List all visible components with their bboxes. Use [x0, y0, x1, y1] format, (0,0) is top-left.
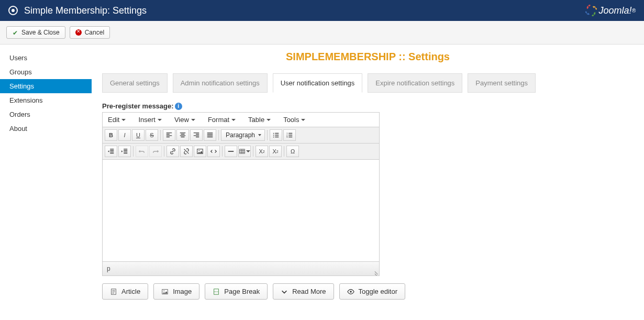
svg-point-0: [273, 133, 274, 134]
svg-point-1: [273, 135, 274, 136]
paragraph-select[interactable]: Paragraph: [221, 129, 265, 141]
menu-tools[interactable]: Tools: [283, 116, 305, 124]
align-right-button[interactable]: [190, 129, 203, 141]
field-label: Pre-register message: i: [102, 102, 634, 110]
sidebar-item-about[interactable]: About: [0, 122, 92, 136]
svg-point-2: [273, 137, 274, 138]
subscript-button[interactable]: X2: [256, 146, 268, 157]
eye-icon: [347, 288, 354, 295]
resize-handle-icon[interactable]: [373, 269, 378, 274]
sidebar-item-users[interactable]: Users: [0, 51, 92, 65]
table-button[interactable]: [238, 146, 251, 157]
page-title: Simple Membership: Settings: [24, 5, 585, 16]
menu-insert[interactable]: Insert: [138, 116, 162, 124]
svg-point-11: [164, 290, 165, 291]
tab-general[interactable]: General settings: [102, 73, 168, 93]
cancel-button[interactable]: Cancel: [70, 26, 110, 39]
main-content: SIMPLEMEMBERSHIP :: Settings General set…: [92, 45, 644, 315]
cancel-label: Cancel: [85, 29, 104, 36]
brand-reg: ®: [632, 8, 636, 14]
strike-button[interactable]: S: [146, 129, 158, 141]
save-close-button[interactable]: ✔ Save & Close: [6, 26, 65, 39]
svg-point-7: [198, 150, 199, 151]
bullet-list-button[interactable]: [270, 129, 282, 141]
app-icon: [8, 6, 18, 15]
sidebar-item-groups[interactable]: Groups: [0, 65, 92, 79]
tab-expire[interactable]: Expire notification settings: [368, 73, 462, 93]
field-label-text: Pre-register message:: [102, 102, 174, 110]
redo-button[interactable]: [149, 146, 162, 157]
underline-button[interactable]: U: [132, 129, 145, 141]
tab-payment[interactable]: Payment settings: [468, 73, 536, 93]
specialchar-button[interactable]: Ω: [286, 146, 299, 157]
menu-table[interactable]: Table: [248, 116, 271, 124]
readmore-button[interactable]: Read More: [273, 283, 334, 300]
caret-icon: [301, 119, 305, 121]
save-close-label: Save & Close: [21, 29, 60, 36]
rich-text-editor: Edit Insert View Format Table Tools B I …: [102, 112, 380, 276]
chevron-down-icon: [281, 288, 288, 295]
editor-menubar: Edit Insert View Format Table Tools: [103, 113, 379, 127]
indent-button[interactable]: [118, 146, 131, 157]
svg-point-13: [350, 291, 352, 293]
sidebar-item-extensions[interactable]: Extensions: [0, 93, 92, 107]
sidebar: Users Groups Settings Extensions Orders …: [0, 45, 92, 315]
settings-tabs: General settings Admin notification sett…: [102, 73, 634, 93]
outdent-button[interactable]: [105, 146, 117, 157]
image-button[interactable]: [194, 146, 206, 157]
caret-icon: [267, 119, 271, 121]
editor-path[interactable]: p: [107, 265, 110, 272]
link-button[interactable]: [166, 146, 179, 157]
sidebar-item-settings[interactable]: Settings: [0, 79, 92, 93]
joomla-logo-icon: [585, 5, 597, 16]
italic-button[interactable]: I: [118, 129, 131, 141]
toggle-editor-button[interactable]: Toggle editor: [339, 283, 405, 300]
pagebreak-button[interactable]: Page Break: [205, 283, 268, 300]
caret-icon: [158, 119, 162, 121]
pagebreak-icon: [213, 288, 220, 295]
cancel-icon: [75, 29, 82, 36]
action-toolbar: ✔ Save & Close Cancel: [0, 21, 644, 45]
editor-toolbar-1: B I U S Paragraph 123: [103, 127, 379, 144]
caret-icon: [121, 119, 126, 121]
align-center-button[interactable]: [176, 129, 189, 141]
joomla-logo[interactable]: Joomla!®: [585, 5, 636, 16]
editor-actions: Article Image Page Break Read More Toggl…: [102, 283, 634, 300]
menu-edit[interactable]: Edit: [108, 116, 126, 124]
tab-admin[interactable]: Admin notification settings: [173, 73, 268, 93]
tab-user[interactable]: User notification settings: [273, 73, 363, 93]
caret-icon: [231, 119, 236, 121]
svg-rect-8: [240, 149, 245, 153]
editor-toolbar-2: X2 X2 Ω: [103, 144, 379, 160]
page-heading: SIMPLEMEMBERSHIP :: Settings: [102, 51, 634, 63]
sidebar-item-orders[interactable]: Orders: [0, 107, 92, 122]
align-left-button[interactable]: [163, 129, 175, 141]
unlink-button[interactable]: [180, 146, 193, 157]
brand-name: Joomla!: [599, 5, 632, 16]
menu-view[interactable]: View: [174, 116, 195, 124]
editor-statusbar: p: [103, 262, 379, 275]
article-icon: [110, 288, 117, 295]
hr-button[interactable]: [225, 146, 237, 157]
app-header: Simple Membership: Settings Joomla!®: [0, 0, 644, 21]
info-icon[interactable]: i: [175, 103, 182, 110]
svg-text:3: 3: [286, 136, 288, 138]
article-button[interactable]: Article: [102, 283, 148, 300]
editor-body[interactable]: [103, 160, 379, 262]
image-icon: [161, 288, 169, 295]
undo-button[interactable]: [136, 146, 148, 157]
number-list-button[interactable]: 123: [283, 129, 296, 141]
superscript-button[interactable]: X2: [269, 146, 282, 157]
code-button[interactable]: [207, 146, 220, 157]
check-icon: ✔: [12, 29, 18, 36]
image-insert-button[interactable]: Image: [153, 283, 199, 300]
bold-button[interactable]: B: [105, 129, 117, 141]
caret-icon: [191, 119, 195, 121]
align-justify-button[interactable]: [204, 129, 216, 141]
menu-format[interactable]: Format: [208, 116, 236, 124]
